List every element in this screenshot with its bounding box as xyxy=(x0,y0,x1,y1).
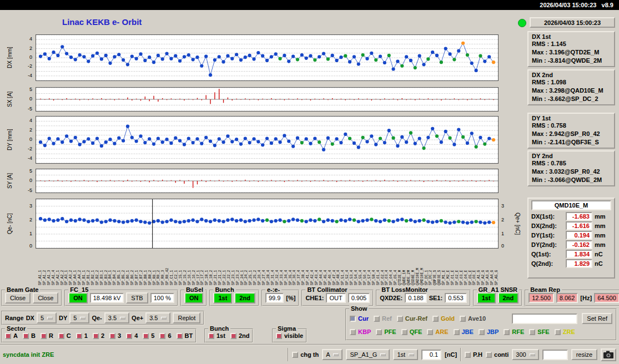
show-sfe[interactable]: SFE xyxy=(529,328,549,335)
checkbox[interactable] xyxy=(374,316,380,322)
checkbox[interactable] xyxy=(177,333,183,339)
checkbox[interactable] xyxy=(5,333,11,339)
checkbox[interactable] xyxy=(109,333,115,339)
checkbox[interactable] xyxy=(397,316,403,322)
device-select-dropdown[interactable]: SP_A1_G xyxy=(346,349,390,360)
charge-chart[interactable] xyxy=(36,199,499,249)
show-ref[interactable]: Ref xyxy=(374,315,392,322)
checkbox[interactable] xyxy=(41,333,47,339)
show-rfe[interactable]: RFE xyxy=(504,328,524,335)
beam-gate-close-button-1[interactable]: Close xyxy=(5,292,31,304)
sector-6[interactable]: 6 xyxy=(159,332,171,339)
range-qem-dropdown[interactable]: 3.5 xyxy=(104,312,129,323)
show-are[interactable]: ARE xyxy=(427,328,448,335)
checkbox[interactable] xyxy=(479,329,485,335)
checkbox-label: PFE xyxy=(384,328,396,335)
checkbox[interactable] xyxy=(427,329,433,335)
show-jbp[interactable]: JBP xyxy=(479,328,499,335)
range-qep-dropdown[interactable]: 3.5 xyxy=(145,312,170,323)
checkbox[interactable] xyxy=(159,333,165,339)
show-cur[interactable]: Cur xyxy=(350,315,369,322)
bunch-2nd-button[interactable]: 2nd xyxy=(234,292,255,304)
bunch-select-dropdown[interactable]: 1st xyxy=(393,349,418,360)
show-cur-ref[interactable]: Cur-Ref xyxy=(397,315,427,322)
chg-th-label: chg th xyxy=(300,351,319,358)
conti-checkbox-item[interactable]: conti xyxy=(486,351,509,358)
sector-a[interactable]: A xyxy=(5,332,18,339)
checkbox[interactable] xyxy=(350,316,356,322)
checkbox[interactable] xyxy=(126,333,132,339)
threshold-input[interactable] xyxy=(421,350,441,360)
ref-name-input[interactable] xyxy=(512,314,577,324)
checkbox[interactable] xyxy=(76,333,82,339)
bunch-1st-button[interactable]: 1st xyxy=(213,292,232,304)
gr-snsr-2nd-button[interactable]: 2nd xyxy=(498,292,519,304)
checkbox[interactable] xyxy=(401,329,407,335)
range-dx-dropdown[interactable]: 5 xyxy=(37,312,57,323)
sx-chart[interactable] xyxy=(36,87,499,112)
bunch-2nd[interactable]: 2nd xyxy=(230,332,250,339)
stat-rms: RMS : 1.145 xyxy=(532,40,611,48)
qmd-row-unit: mm xyxy=(595,213,606,220)
checkbox-label: 3 xyxy=(118,332,121,339)
checkbox[interactable] xyxy=(504,329,510,335)
sector-b[interactable]: B xyxy=(23,332,36,339)
sector-4[interactable]: 4 xyxy=(126,332,138,339)
blank-input[interactable] xyxy=(542,350,568,360)
checkbox[interactable] xyxy=(292,352,298,358)
rate-dropdown[interactable]: 300 xyxy=(512,349,539,360)
show-ave10[interactable]: Ave10 xyxy=(460,315,486,322)
show-pfe[interactable]: PFE xyxy=(376,328,396,335)
checkbox[interactable] xyxy=(276,333,282,339)
gr-snsr-1st-button[interactable]: 1st xyxy=(477,292,496,304)
sector-2[interactable]: 2 xyxy=(93,332,104,339)
fc15-on-button[interactable]: ON xyxy=(68,292,88,304)
sector-c[interactable]: C xyxy=(58,332,71,339)
bpm-label: SP_26_4 xyxy=(258,270,261,285)
ee-ratio-unit: [%] xyxy=(286,295,295,301)
sector-bt[interactable]: BT xyxy=(177,332,193,339)
chg-th-checkbox-item[interactable]: chg th xyxy=(292,351,319,358)
sector-3[interactable]: 3 xyxy=(109,332,121,339)
checkbox[interactable] xyxy=(350,329,356,335)
bpm-label: SP_B1_2 xyxy=(87,270,90,285)
checkbox[interactable] xyxy=(208,333,214,339)
show-qfe[interactable]: QFE xyxy=(401,328,422,335)
show-jbe[interactable]: JBE xyxy=(454,328,474,335)
checkbox[interactable] xyxy=(143,333,149,339)
checkbox[interactable] xyxy=(465,352,471,358)
checkbox[interactable] xyxy=(454,329,460,335)
show-gold[interactable]: Gold xyxy=(432,315,455,322)
ph-checkbox-item[interactable]: P.H xyxy=(465,351,482,358)
sector-5[interactable]: 5 xyxy=(143,332,154,339)
range-dy-dropdown[interactable]: 5 xyxy=(69,312,89,323)
sigma-visible[interactable]: visible xyxy=(276,332,303,339)
dx-chart[interactable] xyxy=(36,34,499,81)
dy-chart[interactable] xyxy=(36,116,499,164)
sector-select-dropdown[interactable]: A xyxy=(322,349,343,360)
checkbox[interactable] xyxy=(555,329,561,335)
sy-chart[interactable] xyxy=(36,169,499,193)
resize-button[interactable]: resize xyxy=(571,349,597,360)
show-kbp[interactable]: KBP xyxy=(350,328,371,335)
checkbox[interactable] xyxy=(460,316,466,322)
checkbox[interactable] xyxy=(376,329,382,335)
checkbox[interactable] xyxy=(58,333,64,339)
checkbox[interactable] xyxy=(23,333,29,339)
bpm-label: SP_55_4 xyxy=(359,270,363,285)
show-zre[interactable]: ZRE xyxy=(555,328,575,335)
sector-1[interactable]: 1 xyxy=(76,332,88,339)
sector-r[interactable]: R xyxy=(41,332,53,339)
fc15-stb-button[interactable]: STB xyxy=(126,292,148,304)
replot-button[interactable]: Replot xyxy=(173,312,200,323)
set-ref-button[interactable]: Set Ref xyxy=(582,313,612,324)
busel-on-button[interactable]: ON xyxy=(184,292,204,304)
checkbox[interactable] xyxy=(432,316,439,322)
screenshot-button[interactable] xyxy=(601,348,616,361)
bunch-1st[interactable]: 1st xyxy=(208,332,225,339)
checkbox[interactable] xyxy=(93,333,99,339)
beam-gate-close-button-2[interactable]: Close xyxy=(33,292,58,304)
checkbox[interactable] xyxy=(529,329,535,335)
checkbox[interactable] xyxy=(230,333,236,339)
checkbox[interactable] xyxy=(486,352,492,358)
